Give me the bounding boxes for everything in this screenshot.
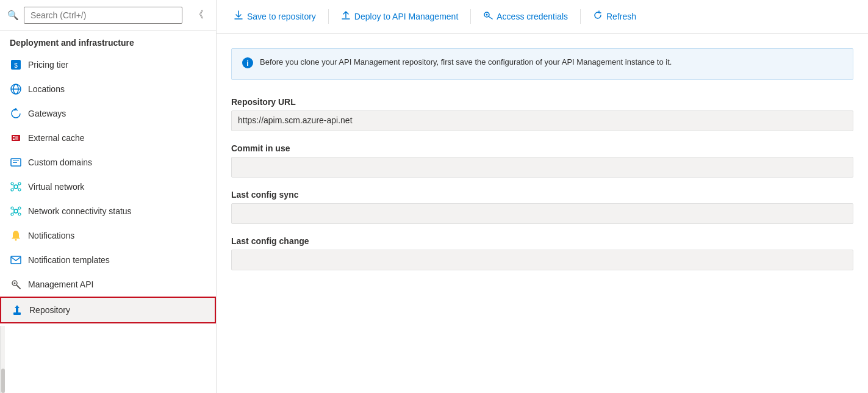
separator-1 bbox=[328, 9, 329, 24]
sidebar-item-virtual-network[interactable]: Virtual network bbox=[0, 175, 216, 199]
svg-line-28 bbox=[13, 212, 14, 214]
svg-line-20 bbox=[18, 188, 19, 189]
deploy-button[interactable]: Deploy to API Management bbox=[334, 6, 465, 27]
refresh-label: Refresh bbox=[606, 12, 636, 21]
svg-line-40 bbox=[489, 16, 492, 19]
info-text: Before you clone your API Management rep… bbox=[260, 56, 672, 68]
section-header: Deployment and infrastructure bbox=[0, 31, 216, 52]
sidebar-item-external-cache[interactable]: External cache bbox=[0, 126, 216, 150]
last-config-change-label: Last config change bbox=[231, 236, 853, 246]
search-bar: 🔍 《 bbox=[0, 0, 216, 31]
sidebar-item-label: Network connectivity status bbox=[28, 206, 132, 216]
last-config-sync-label: Last config sync bbox=[231, 190, 853, 200]
refresh-button[interactable]: Refresh bbox=[586, 6, 644, 27]
svg-line-26 bbox=[13, 209, 14, 210]
virtual-network-icon bbox=[10, 181, 22, 193]
sidebar-item-label: Gateways bbox=[28, 109, 66, 118]
repository-icon bbox=[11, 304, 23, 316]
svg-point-33 bbox=[14, 283, 16, 284]
collapse-button[interactable]: 《 bbox=[189, 6, 209, 24]
svg-rect-7 bbox=[13, 139, 15, 140]
sidebar-item-label: Management API bbox=[28, 279, 93, 289]
svg-text:i: i bbox=[246, 59, 249, 68]
repository-url-value: https://apim.scm.azure-api.net bbox=[231, 110, 853, 131]
notifications-icon bbox=[10, 229, 22, 242]
last-config-sync-group: Last config sync bbox=[231, 190, 853, 224]
info-icon: i bbox=[242, 57, 254, 72]
network-connectivity-icon bbox=[10, 205, 22, 217]
deploy-icon bbox=[341, 10, 351, 23]
sidebar-item-label: Virtual network bbox=[28, 182, 84, 192]
external-cache-icon bbox=[10, 132, 22, 144]
sidebar-item-network-connectivity[interactable]: Network connectivity status bbox=[0, 199, 216, 223]
locations-icon bbox=[10, 83, 22, 95]
svg-rect-31 bbox=[11, 256, 21, 264]
custom-domains-icon bbox=[10, 156, 22, 168]
credentials-label: Access credentials bbox=[497, 12, 568, 21]
repository-url-group: Repository URL https://apim.scm.azure-ap… bbox=[231, 97, 853, 131]
sidebar-item-label: Custom domains bbox=[28, 157, 92, 167]
sidebar-item-label: Pricing tier bbox=[28, 60, 68, 70]
sidebar-item-label: Locations bbox=[28, 84, 65, 94]
gateways-icon bbox=[10, 107, 22, 120]
sidebar-item-repository[interactable]: Repository bbox=[0, 297, 216, 323]
credentials-icon bbox=[483, 10, 493, 23]
sidebar-scroll: Deployment and infrastructure $ Pricing … bbox=[0, 31, 216, 326]
svg-rect-8 bbox=[15, 136, 18, 140]
separator-3 bbox=[580, 9, 581, 24]
svg-line-29 bbox=[18, 212, 19, 214]
sidebar-item-management-api[interactable]: Management API bbox=[0, 272, 216, 297]
svg-line-19 bbox=[13, 188, 14, 189]
svg-rect-36 bbox=[13, 312, 21, 315]
svg-rect-6 bbox=[13, 136, 15, 137]
scroll-indicator bbox=[0, 326, 5, 393]
svg-point-12 bbox=[14, 185, 18, 189]
last-config-change-value bbox=[231, 250, 853, 270]
refresh-icon bbox=[593, 10, 603, 23]
sidebar-item-gateways[interactable]: Gateways bbox=[0, 101, 216, 126]
pricing-tier-icon: $ bbox=[10, 59, 22, 71]
search-icon: 🔍 bbox=[7, 10, 19, 21]
svg-text:$: $ bbox=[14, 62, 18, 69]
management-api-icon bbox=[10, 278, 22, 290]
commit-in-use-value bbox=[231, 157, 853, 178]
sidebar-item-label: External cache bbox=[28, 133, 85, 143]
notification-templates-icon bbox=[10, 254, 22, 266]
svg-line-34 bbox=[16, 285, 20, 289]
save-label: Save to repository bbox=[247, 12, 316, 21]
svg-rect-11 bbox=[13, 162, 17, 163]
save-icon bbox=[234, 10, 243, 23]
save-to-repository-button[interactable]: Save to repository bbox=[226, 6, 323, 27]
svg-marker-35 bbox=[15, 305, 20, 312]
sidebar-item-label: Repository bbox=[29, 305, 70, 315]
sidebar: 🔍 《 Deployment and infrastructure $ Pric… bbox=[0, 0, 217, 393]
sidebar-item-notification-templates[interactable]: Notification templates bbox=[0, 248, 216, 272]
svg-line-17 bbox=[13, 184, 14, 186]
separator-2 bbox=[470, 9, 471, 24]
commit-in-use-label: Commit in use bbox=[231, 143, 853, 153]
sidebar-item-locations[interactable]: Locations bbox=[0, 77, 216, 101]
sidebar-item-label: Notification templates bbox=[28, 255, 110, 265]
svg-point-30 bbox=[15, 239, 17, 241]
access-credentials-button[interactable]: Access credentials bbox=[476, 6, 575, 27]
sidebar-item-custom-domains[interactable]: Custom domains bbox=[0, 150, 216, 175]
deploy-label: Deploy to API Management bbox=[354, 12, 458, 21]
sidebar-item-notifications[interactable]: Notifications bbox=[0, 223, 216, 248]
last-config-sync-value bbox=[231, 203, 853, 224]
sidebar-item-label: Notifications bbox=[28, 231, 74, 240]
content-area: i Before you clone your API Management r… bbox=[217, 34, 868, 393]
scroll-thumb[interactable] bbox=[1, 369, 5, 393]
search-input[interactable] bbox=[24, 7, 182, 24]
svg-line-18 bbox=[18, 184, 19, 186]
repository-url-label: Repository URL bbox=[231, 97, 853, 107]
svg-rect-10 bbox=[13, 160, 19, 161]
commit-in-use-group: Commit in use bbox=[231, 143, 853, 178]
svg-line-27 bbox=[18, 209, 19, 210]
toolbar: Save to repository Deploy to API Managem… bbox=[217, 0, 868, 34]
sidebar-item-pricing-tier[interactable]: $ Pricing tier bbox=[0, 52, 216, 77]
last-config-change-group: Last config change bbox=[231, 236, 853, 270]
svg-point-41 bbox=[486, 14, 488, 16]
main-content: Save to repository Deploy to API Managem… bbox=[217, 0, 868, 393]
svg-point-21 bbox=[14, 209, 18, 213]
info-banner: i Before you clone your API Management r… bbox=[231, 48, 853, 80]
